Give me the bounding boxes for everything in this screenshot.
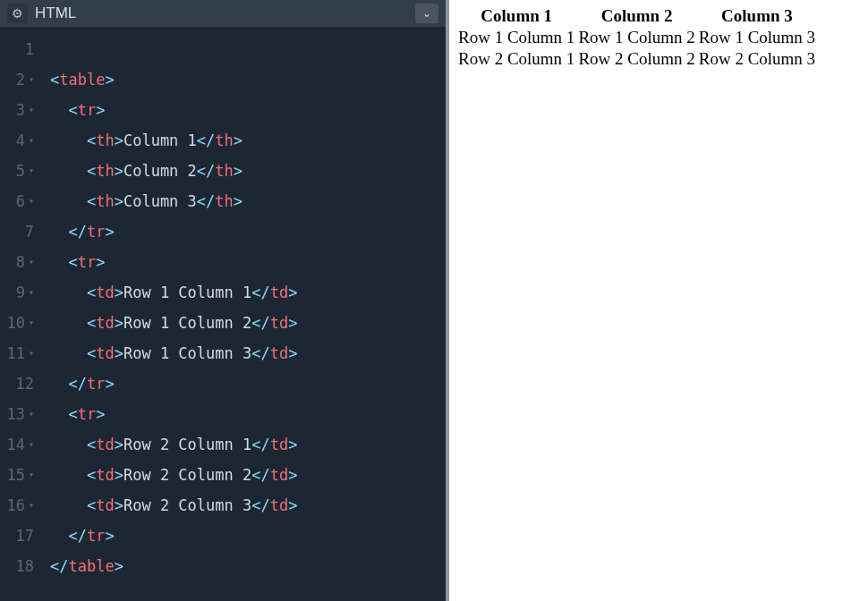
code-line[interactable]: </table> [50,551,446,581]
fold-arrow-icon[interactable]: ▾ [29,277,34,308]
fold-arrow-icon[interactable]: ▾ [29,64,34,95]
code-line[interactable]: <th>Column 1</th> [50,125,446,156]
code-line[interactable]: </tr> [50,368,446,399]
editor-title: HTML [35,4,76,22]
line-number: 12 [0,368,34,399]
fold-arrow-icon[interactable]: ▾ [29,308,34,338]
code-line[interactable]: <td>Row 1 Column 2</td> [50,308,446,338]
code-line[interactable]: </tr> [50,521,446,551]
preview-pane: Column 1 Column 2 Column 3 Row 1 Column … [446,0,868,601]
table-cell: Row 1 Column 3 [697,27,817,48]
code-line[interactable]: <th>Column 2</th> [50,156,446,186]
table-cell: Row 2 Column 2 [576,48,696,70]
code-area[interactable]: 12▾3▾4▾5▾6▾78▾9▾10▾11▾1213▾14▾15▾16▾1718… [0,27,446,601]
code-line[interactable]: <tr> [50,95,446,125]
line-number: 7 [0,216,34,247]
fold-arrow-icon[interactable]: ▾ [29,156,34,186]
table-cell: Row 1 Column 2 [576,27,696,48]
line-number: 8▾ [0,247,34,277]
code-line[interactable]: <td>Row 2 Column 2</td> [50,460,446,490]
fold-arrow-icon[interactable]: ▾ [29,186,34,216]
code-line[interactable]: <td>Row 2 Column 1</td> [50,429,446,460]
table-row: Row 2 Column 1 Row 2 Column 2 Row 2 Colu… [456,48,817,70]
editor-header: ⚙ HTML ⌄ [0,0,446,27]
table-header: Column 2 [576,5,696,27]
editor-pane: ⚙ HTML ⌄ 12▾3▾4▾5▾6▾78▾9▾10▾11▾1213▾14▾1… [0,0,446,601]
line-number: 11▾ [0,338,34,368]
code-line[interactable]: <td>Row 1 Column 3</td> [50,338,446,368]
fold-arrow-icon[interactable]: ▾ [29,338,34,368]
line-number: 2▾ [0,64,34,95]
fold-arrow-icon[interactable]: ▾ [29,247,34,277]
fold-arrow-icon[interactable]: ▾ [29,125,34,156]
line-number: 4▾ [0,125,34,156]
table-cell: Row 1 Column 1 [456,27,576,48]
line-number: 16▾ [0,490,34,521]
fold-arrow-icon[interactable]: ▾ [29,399,34,429]
code-line[interactable]: <tr> [50,399,446,429]
line-number: 15▾ [0,460,34,490]
line-number: 1 [0,34,34,64]
line-number: 18 [0,551,34,581]
line-number: 9▾ [0,277,34,308]
table-row: Row 1 Column 1 Row 1 Column 2 Row 1 Colu… [456,27,817,48]
editor-dropdown-button[interactable]: ⌄ [415,4,438,23]
fold-arrow-icon[interactable]: ▾ [29,429,34,460]
code-line[interactable]: <tr> [50,247,446,277]
code-lines[interactable]: <table> <tr> <th>Column 1</th> <th>Colum… [43,34,446,601]
fold-arrow-icon[interactable]: ▾ [29,490,34,521]
table-header: Column 1 [456,5,576,27]
line-number: 17 [0,521,34,551]
line-number: 13▾ [0,399,34,429]
line-number: 14▾ [0,429,34,460]
code-line[interactable]: <td>Row 2 Column 3</td> [50,490,446,521]
code-line[interactable]: <th>Column 3</th> [50,186,446,216]
fold-arrow-icon[interactable]: ▾ [29,460,34,490]
code-line[interactable] [50,34,446,64]
header-left: ⚙ HTML [7,4,76,23]
gear-icon[interactable]: ⚙ [7,4,28,23]
fold-arrow-icon[interactable]: ▾ [29,95,34,125]
line-number: 5▾ [0,156,34,186]
table-header: Column 3 [697,5,817,27]
table-cell: Row 2 Column 1 [456,48,576,70]
line-number: 6▾ [0,186,34,216]
preview-table: Column 1 Column 2 Column 3 Row 1 Column … [456,5,817,70]
line-gutter: 12▾3▾4▾5▾6▾78▾9▾10▾11▾1213▾14▾15▾16▾1718 [0,34,43,601]
line-number: 3▾ [0,95,34,125]
table-cell: Row 2 Column 3 [697,48,817,70]
chevron-down-icon: ⌄ [422,7,431,20]
line-number: 10▾ [0,308,34,338]
code-line[interactable]: </tr> [50,216,446,247]
table-header-row: Column 1 Column 2 Column 3 [456,5,817,27]
code-line[interactable]: <td>Row 1 Column 1</td> [50,277,446,308]
code-line[interactable]: <table> [50,64,446,95]
